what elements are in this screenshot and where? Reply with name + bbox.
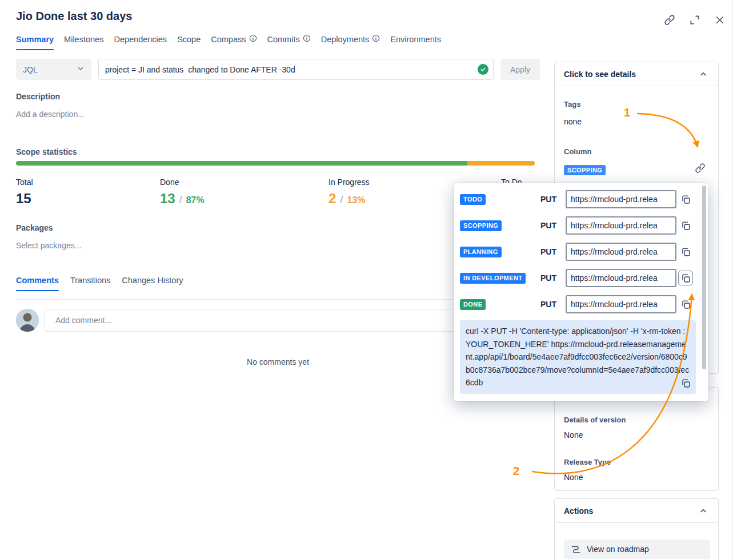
column-label: Column	[564, 147, 591, 156]
info-icon[interactable]	[372, 34, 380, 44]
details-card-header[interactable]: Click to see details	[555, 62, 718, 86]
tab-comments[interactable]: Comments	[16, 276, 59, 291]
stat-label: Total	[16, 178, 33, 187]
actions-card-header[interactable]: Actions	[555, 499, 718, 523]
curl-snippet-text: curl -X PUT -H 'Content-type: applicatio…	[466, 327, 689, 387]
jql-input-wrap	[98, 59, 494, 80]
endpoint-row: IN DEVELOPMENT PUT	[454, 265, 708, 291]
jql-type-select[interactable]: JQL	[16, 59, 91, 80]
tab-compass[interactable]: Compass	[211, 34, 257, 50]
scope-progress-done	[16, 161, 467, 166]
endpoint-url-input[interactable]	[566, 190, 676, 208]
api-endpoints-popup: TODO PUT SCOPPING PUT PLANNING PUT IN DE…	[454, 183, 708, 401]
view-on-roadmap-button[interactable]: View on roadmap	[564, 539, 710, 559]
info-icon[interactable]	[303, 34, 311, 44]
stat-in-progress: In Progress 2 / 13%	[329, 178, 370, 207]
avatar	[16, 309, 39, 332]
chevron-down-icon	[77, 65, 85, 74]
http-method: PUT	[540, 195, 566, 204]
stat-value: 2	[329, 191, 336, 207]
endpoint-url-input[interactable]	[566, 216, 676, 235]
close-icon[interactable]	[714, 14, 726, 26]
endpoint-url-input[interactable]	[566, 295, 676, 313]
details-of-version-value: None	[564, 430, 583, 440]
stat-percent: 87%	[186, 195, 205, 206]
http-method: PUT	[540, 247, 566, 256]
tab-changes-history[interactable]: Changes History	[122, 276, 183, 291]
copy-icon[interactable]	[678, 218, 693, 233]
tab-label: Summary	[16, 35, 54, 44]
tab-environments[interactable]: Environments	[390, 34, 441, 50]
roadmap-button-label: View on roadmap	[587, 545, 649, 554]
endpoint-url-input[interactable]	[566, 243, 676, 261]
stat-value: 13	[160, 191, 175, 207]
packages-placeholder[interactable]: Select packages...	[16, 241, 81, 250]
apply-button[interactable]: Apply	[500, 59, 540, 80]
tab-label: Dependencies	[114, 35, 167, 44]
tab-label: Scope	[177, 35, 201, 44]
release-type-label: Release Type	[564, 458, 611, 466]
tab-bar: Summary Milestones Dependencies Scope Co…	[16, 34, 441, 50]
chevron-up-icon[interactable]	[698, 69, 709, 80]
jql-query-input[interactable]	[98, 59, 494, 80]
stat-label: Done	[160, 178, 205, 187]
scrollbar-thumb[interactable]	[702, 186, 706, 369]
tab-label: Commits	[267, 35, 300, 44]
details-card-title: Click to see details	[564, 70, 636, 79]
column-link-icon[interactable]	[695, 163, 706, 176]
details-of-version-label: Details of version	[564, 416, 626, 424]
annotation-step-2: 2	[513, 465, 519, 478]
roadmap-icon	[571, 544, 581, 554]
link-icon[interactable]	[663, 14, 676, 26]
actions-card-title: Actions	[564, 506, 593, 515]
tab-transitions[interactable]: Transitions	[70, 276, 110, 291]
endpoint-row: SCOPPING PUT	[454, 212, 708, 239]
expand-icon[interactable]	[688, 14, 701, 26]
tags-value: none	[564, 117, 582, 126]
page-title: Jio Done last 30 days	[16, 10, 132, 23]
status-badge: IN DEVELOPMENT	[460, 273, 526, 283]
scope-statistics-label: Scope statistics	[16, 147, 77, 156]
copy-icon[interactable]	[678, 297, 693, 312]
copy-icon[interactable]	[678, 192, 693, 207]
tab-label: Deployments	[321, 35, 370, 44]
jql-select-label: JQL	[23, 65, 38, 74]
column-badge: SCOPPING	[564, 165, 606, 175]
tab-commits[interactable]: Commits	[267, 34, 311, 50]
endpoint-row: PLANNING PUT	[454, 239, 708, 265]
tab-label: Milestones	[64, 35, 103, 44]
http-method: PUT	[540, 300, 566, 309]
http-method: PUT	[540, 273, 566, 283]
modal-right-edge	[732, 0, 732, 560]
endpoint-row: TODO PUT	[454, 186, 708, 212]
tab-summary[interactable]: Summary	[16, 34, 54, 50]
jql-valid-icon	[478, 64, 488, 75]
stat-label: In Progress	[329, 178, 370, 187]
tab-label: Transitions	[70, 276, 110, 285]
tab-label: Compass	[211, 35, 246, 44]
release-type-value: None	[564, 473, 583, 482]
tab-deployments[interactable]: Deployments	[321, 34, 380, 50]
http-method: PUT	[540, 221, 566, 230]
tab-scope[interactable]: Scope	[177, 34, 201, 50]
stat-percent: 13%	[347, 195, 365, 206]
description-label: Description	[16, 92, 60, 101]
stat-total: Total 15	[16, 178, 33, 207]
copy-icon[interactable]	[678, 271, 693, 285]
copy-icon[interactable]	[678, 244, 693, 259]
tags-label: Tags	[564, 100, 580, 108]
tab-label: Changes History	[122, 276, 183, 285]
tab-milestones[interactable]: Milestones	[64, 34, 103, 50]
curl-snippet: curl -X PUT -H 'Content-type: applicatio…	[460, 320, 696, 394]
stat-done: Done 13 / 87%	[160, 178, 205, 207]
release-details-modal: Jio Done last 30 days Summary Milestones…	[0, 0, 741, 560]
copy-icon[interactable]	[679, 377, 692, 390]
chevron-up-icon[interactable]	[698, 505, 709, 517]
status-badge: PLANNING	[460, 247, 502, 257]
status-badge: TODO	[460, 194, 486, 204]
jql-row: JQL Apply	[16, 59, 540, 80]
endpoint-url-input[interactable]	[566, 269, 676, 287]
tab-dependencies[interactable]: Dependencies	[114, 34, 167, 50]
description-placeholder[interactable]: Add a description...	[16, 110, 85, 119]
info-icon[interactable]	[249, 34, 257, 44]
